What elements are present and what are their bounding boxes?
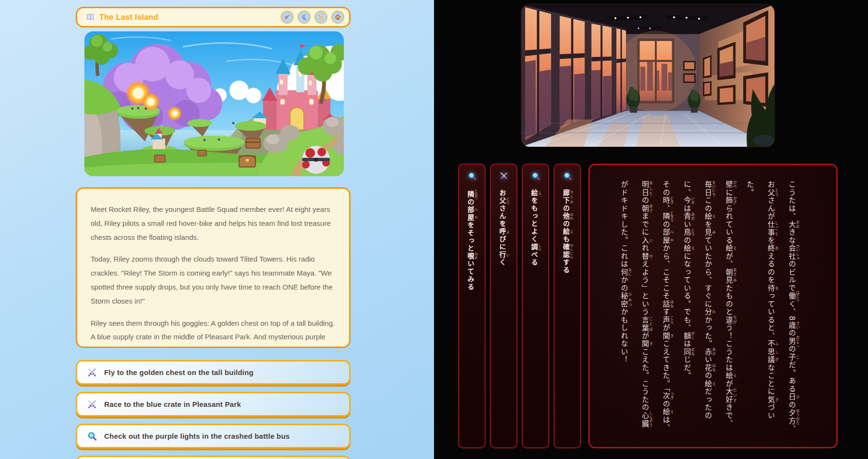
crescent-moon-icon bbox=[300, 14, 308, 21]
story-paragraph: Meet Rocket Riley, the youngest Battle S… bbox=[91, 203, 336, 244]
japanese-story-pane: 隣となりの部屋へやをそっと覗のぞいてみるお父とうさんを呼よびに行いく絵えをもっと… bbox=[434, 0, 868, 459]
jp-choice-label: 廊下ろうかの他ほかの絵えも確認かくにんする bbox=[561, 189, 573, 274]
story-illustration bbox=[84, 31, 344, 176]
jp-paragraph: その時とき、隣となりの部屋へやから、こそこそ話はなす声こえが聞きこえてきた。「次… bbox=[613, 181, 676, 434]
jp-paragraph: 壁かべに飾かざられている絵えが、朝あさ見みたものと違ちがう！こうたは絵えが大好だ… bbox=[676, 181, 739, 434]
story-title-group: The Last Island bbox=[86, 13, 281, 22]
jp-choice-button[interactable]: お父とうさんを呼よびに行いく bbox=[490, 164, 517, 448]
jp-paragraph: こうたは、大おおきな会社かいしゃのビルで働はたらく、8歳さいの男おとこの子こだ。… bbox=[739, 181, 802, 434]
jp-choice-label: 絵えをもっとよく調しらべる bbox=[529, 189, 541, 266]
header-icon-buttons bbox=[281, 11, 344, 24]
choice-button[interactable] bbox=[76, 456, 351, 459]
magnifier-icon bbox=[87, 431, 97, 442]
gallery-corridor-art bbox=[521, 4, 774, 147]
japanese-story-content: 隣となりの部屋へやをそっと覗のぞいてみるお父とうさんを呼よびに行いく絵えをもっと… bbox=[458, 164, 844, 448]
choice-label: Fly to the golden chest on the tall buil… bbox=[104, 368, 254, 376]
jp-choice-label: 隣となりの部屋へやをそっと覗のぞいてみる bbox=[466, 189, 477, 291]
jp-story-text: こうたは、大おおきな会社かいしゃのビルで働はたらく、8歳さいの男おとこの子こだ。… bbox=[613, 181, 802, 434]
muted-speaker-icon bbox=[284, 14, 291, 21]
story-paragraph: Today, Riley zooms through the clouds to… bbox=[91, 252, 336, 308]
choice-button[interactable]: Check out the purple lights in the crash… bbox=[76, 424, 351, 448]
jp-choice-button[interactable]: 絵えをもっとよく調しらべる bbox=[522, 164, 549, 448]
choice-list: Fly to the golden chest on the tall buil… bbox=[76, 360, 351, 459]
crossed-swords-icon bbox=[87, 399, 97, 410]
story-paragraph: Riley sees them through his goggles: A g… bbox=[91, 317, 336, 348]
jp-choice-list: 隣となりの部屋へやをそっと覗のぞいてみるお父とうさんを呼よびに行いく絵えをもっと… bbox=[458, 164, 581, 448]
jp-choice-label: お父とうさんを呼よびに行いく bbox=[498, 189, 509, 266]
crossed-swords-icon bbox=[87, 367, 97, 378]
choice-button[interactable]: Race to the blue crate in Pleasant Park bbox=[76, 392, 351, 417]
story-text-card: Meet Rocket Riley, the youngest Battle S… bbox=[76, 187, 351, 348]
magnifier-icon bbox=[563, 171, 572, 181]
jp-choice-button[interactable]: 廊下ろうかの他ほかの絵えも確認かくにんする bbox=[554, 164, 581, 448]
open-book-icon bbox=[86, 13, 95, 22]
home-icon bbox=[334, 14, 341, 21]
night-mode-button[interactable] bbox=[298, 11, 311, 24]
story-paragraphs: Meet Rocket Riley, the youngest Battle S… bbox=[91, 203, 336, 348]
scroll-icon bbox=[317, 14, 325, 21]
magnifier-icon bbox=[467, 171, 477, 181]
crossed-swords-icon bbox=[499, 171, 509, 181]
jp-choice-button[interactable]: 隣となりの部屋へやをそっと覗のぞいてみる bbox=[458, 164, 486, 448]
english-story-pane: The Last Island bbox=[0, 0, 434, 459]
magnifier-icon bbox=[531, 171, 541, 181]
floating-islands-art bbox=[84, 31, 344, 176]
mute-button[interactable] bbox=[281, 11, 294, 24]
page-title: The Last Island bbox=[99, 13, 158, 22]
storybook-app: The Last Island bbox=[0, 0, 868, 459]
choice-label: Check out the purple lights in the crash… bbox=[104, 432, 290, 440]
jp-story-panel: こうたは、大おおきな会社かいしゃのビルで働はたらく、8歳さいの男おとこの子こだ。… bbox=[588, 164, 838, 448]
story-log-button[interactable] bbox=[314, 11, 327, 24]
home-button[interactable] bbox=[331, 11, 344, 24]
gallery-illustration bbox=[521, 4, 775, 147]
choice-label: Race to the blue crate in Pleasant Park bbox=[104, 400, 241, 408]
story-header: The Last Island bbox=[76, 7, 351, 28]
choice-button[interactable]: Fly to the golden chest on the tall buil… bbox=[76, 360, 351, 385]
